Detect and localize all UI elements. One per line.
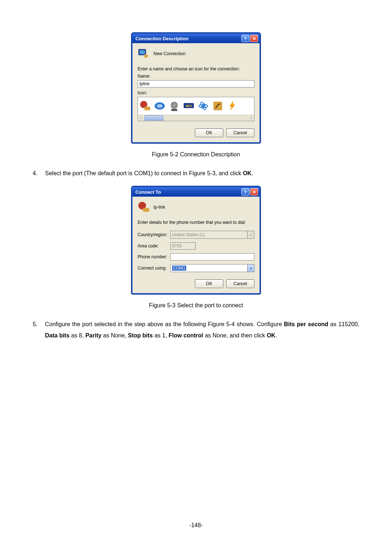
svg-point-5 [157, 104, 163, 108]
svg-rect-3 [144, 107, 150, 110]
figure-caption: Figure 5-3 Select the port to connect [33, 302, 359, 309]
step-text: Configure the port selected in the step … [45, 319, 359, 341]
icon-label: Icon: [138, 90, 254, 95]
svg-rect-1 [139, 50, 145, 54]
atom-icon[interactable] [197, 100, 209, 112]
dialog-title: Connection Description [135, 36, 189, 41]
name-label: Name: [138, 74, 254, 79]
phone-input[interactable] [170, 253, 254, 260]
country-label: Country/region: [138, 232, 170, 237]
phone-label: Phone number: [138, 254, 170, 259]
instruction-text: Enter a name and choose an icon for the … [138, 66, 254, 71]
phone-blue-icon[interactable] [154, 100, 166, 112]
phone-red-icon[interactable] [139, 100, 151, 112]
dialog-subtitle: New Connection [154, 51, 185, 56]
area-code-input[interactable] [170, 242, 196, 250]
connect-to-dialog: Connect To ? ✕ tp-link Enter details for… [131, 186, 261, 294]
connection-name: tp-link [154, 205, 165, 210]
dialog-title: Connect To [135, 189, 161, 195]
dialog-titlebar: Connect To ? ✕ [132, 187, 260, 197]
icon-picker: MCI ‹ › [138, 97, 254, 121]
cancel-button[interactable]: Cancel [226, 128, 254, 137]
connect-using-label: Connect using: [138, 266, 170, 271]
dialog-titlebar: Connection Description ? ✕ [132, 34, 260, 43]
svg-point-10 [202, 104, 205, 107]
svg-rect-15 [143, 208, 149, 212]
chevron-down-icon: ▾ [247, 231, 254, 238]
help-button[interactable]: ? [241, 35, 249, 42]
connection-description-dialog: Connection Description ? ✕ New Connectio… [131, 33, 261, 143]
lightning-icon[interactable] [226, 100, 238, 112]
globe-modem-icon[interactable] [168, 100, 180, 112]
connect-using-select[interactable]: COM1 ▾ [170, 264, 254, 272]
step-5: 5. Configure the port selected in the st… [33, 319, 359, 341]
mci-icon[interactable]: MCI [183, 100, 195, 112]
step-4: 4. Select the port (The default port is … [33, 168, 359, 179]
new-connection-icon [138, 48, 150, 60]
chevron-down-icon: ▾ [247, 264, 254, 272]
scroll-right-arrow[interactable]: › [248, 115, 254, 121]
name-input[interactable] [138, 80, 254, 87]
cancel-button[interactable]: Cancel [226, 279, 254, 288]
step-number: 5. [33, 319, 45, 341]
help-button[interactable]: ? [241, 188, 249, 196]
connection-icon [138, 201, 150, 213]
scroll-thumb[interactable] [144, 115, 163, 120]
icon-scrollbar[interactable]: ‹ › [138, 115, 254, 121]
svg-text:MCI: MCI [186, 104, 192, 108]
step-text: Select the port (The default port is COM… [45, 168, 359, 179]
figure-caption: Figure 5-2 Connection Description [33, 151, 359, 158]
step-number: 4. [33, 168, 45, 179]
scroll-left-arrow[interactable]: ‹ [138, 115, 144, 121]
svg-rect-7 [171, 109, 177, 111]
ok-button[interactable]: OK [195, 128, 223, 137]
ok-button[interactable]: OK [195, 279, 223, 288]
page-number: -148- [0, 522, 392, 529]
country-select[interactable]: United States (1) ▾ [170, 231, 254, 239]
satellite-icon[interactable] [212, 100, 224, 112]
instruction-text: Enter details for the phone number that … [138, 220, 254, 225]
area-code-label: Area code: [138, 243, 170, 249]
close-button[interactable]: ✕ [250, 188, 258, 196]
close-button[interactable]: ✕ [250, 35, 258, 42]
